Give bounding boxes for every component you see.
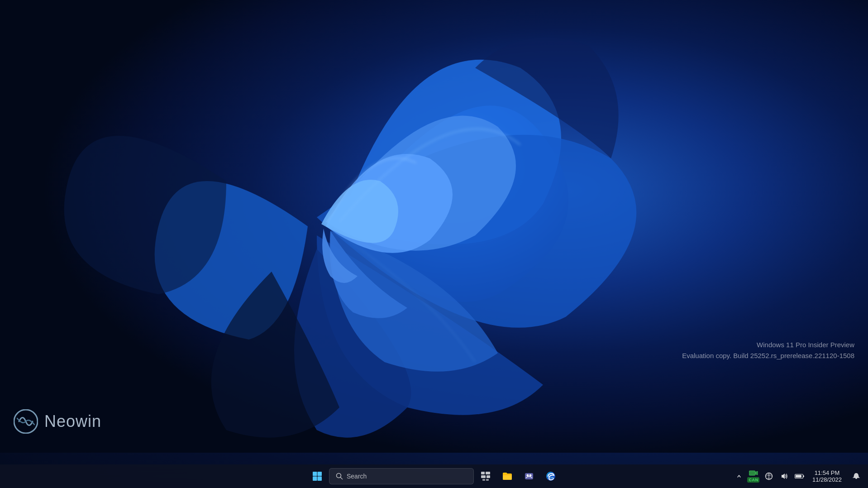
- neowin-watermark: Neowin: [14, 409, 101, 434]
- svg-rect-10: [481, 475, 486, 478]
- start-button[interactable]: [307, 466, 327, 486]
- windows-logo-icon: [312, 471, 323, 482]
- notifications-icon: [852, 472, 860, 480]
- cam-badge-label: CAN: [747, 477, 759, 483]
- cam-tray-icon[interactable]: CAN: [747, 468, 760, 484]
- windows-watermark: Windows 11 Pro Insider Preview Evaluatio…: [682, 340, 854, 361]
- neowin-brand-text: Neowin: [44, 412, 101, 431]
- svg-rect-26: [853, 478, 860, 478]
- show-hidden-icons-button[interactable]: [734, 468, 744, 484]
- svg-rect-15: [525, 473, 533, 479]
- svg-rect-19: [749, 471, 755, 475]
- notifications-button[interactable]: [848, 468, 864, 484]
- chevron-up-icon: [737, 474, 741, 478]
- svg-rect-9: [486, 472, 490, 474]
- battery-icon: [795, 474, 805, 479]
- sound-icon: [780, 472, 788, 480]
- windows-watermark-line2: Evaluation copy. Build 25252.rs_prerelea…: [682, 350, 854, 361]
- svg-rect-13: [486, 479, 489, 481]
- windows-watermark-line1: Windows 11 Pro Insider Preview: [682, 340, 854, 350]
- desktop: Neowin Windows 11 Pro Insider Preview Ev…: [0, 0, 868, 488]
- edge-icon: [545, 471, 556, 482]
- svg-rect-2: [313, 472, 317, 476]
- svg-rect-11: [486, 475, 490, 478]
- search-icon: [336, 473, 343, 480]
- clock-area[interactable]: 11:54 PM 11/28/2022: [809, 466, 845, 486]
- taskbar: Search: [0, 464, 868, 488]
- svg-point-16: [527, 474, 529, 477]
- file-explorer-icon: [502, 471, 513, 482]
- system-tray: CAN: [734, 466, 864, 486]
- svg-rect-8: [481, 472, 485, 474]
- battery-tray-icon[interactable]: [793, 468, 806, 484]
- teams-icon: [524, 471, 534, 482]
- teams-button[interactable]: [519, 466, 539, 486]
- search-bar[interactable]: Search: [329, 468, 474, 484]
- network-tray-icon[interactable]: [763, 468, 775, 484]
- sound-tray-icon[interactable]: [778, 468, 791, 484]
- cam-icon: [749, 470, 758, 477]
- taskbar-center-area: Search: [307, 466, 561, 486]
- neowin-logo-icon: [14, 409, 38, 434]
- svg-rect-14: [503, 474, 512, 475]
- task-view-icon: [481, 471, 491, 481]
- task-view-button[interactable]: [476, 466, 496, 486]
- network-icon: [765, 472, 773, 480]
- clock-time: 11:54 PM: [815, 469, 840, 476]
- wallpaper: [0, 0, 868, 488]
- svg-line-7: [341, 478, 343, 479]
- edge-button[interactable]: [541, 466, 561, 486]
- svg-rect-24: [796, 475, 801, 478]
- svg-point-17: [529, 474, 532, 477]
- clock-date: 11/28/2022: [812, 476, 842, 483]
- search-label: Search: [347, 473, 367, 480]
- svg-rect-3: [318, 472, 322, 476]
- file-explorer-button[interactable]: [497, 466, 517, 486]
- svg-rect-4: [313, 477, 317, 481]
- svg-rect-12: [482, 479, 485, 481]
- svg-rect-5: [318, 477, 322, 481]
